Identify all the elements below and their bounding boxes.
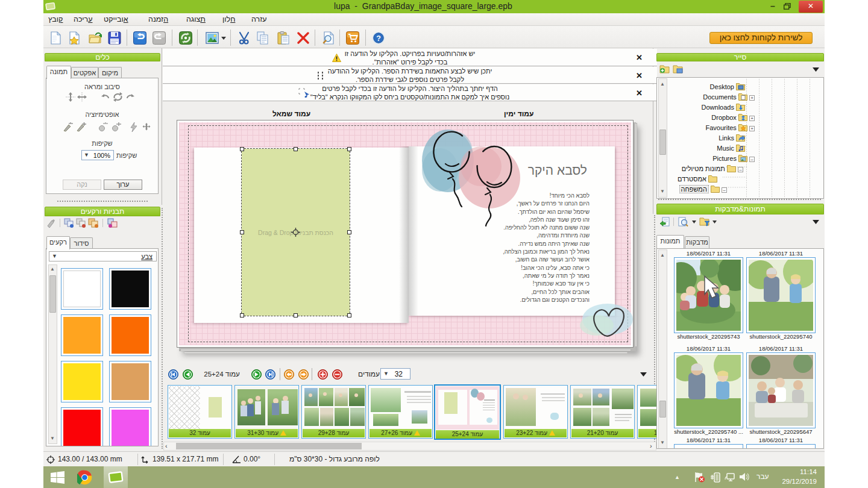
svg-text:?: ? [376,34,381,43]
